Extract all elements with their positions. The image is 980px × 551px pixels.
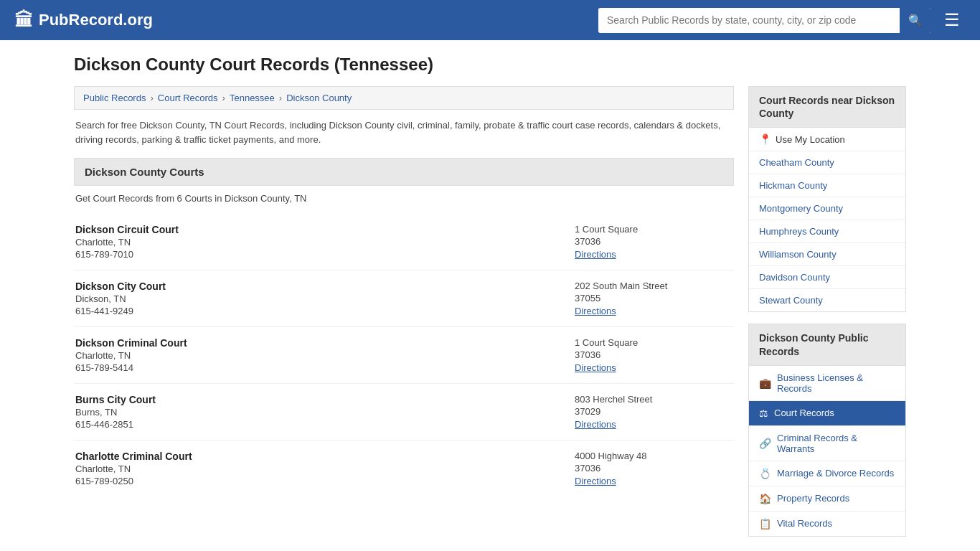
court-address: 1 Court Square [575,337,732,348]
nearby-list: 📍 Use My Location Cheatham County Hickma… [748,128,906,312]
public-record-vital[interactable]: 📋 Vital Records [749,512,905,536]
site-logo[interactable]: 🏛 PubRecord.org [14,9,153,32]
search-bar: 🔍 [598,8,931,33]
location-icon: 📍 [759,133,771,145]
vital-label: Vital Records [777,518,832,529]
court-name: Dickson Criminal Court [75,337,187,349]
public-record-court[interactable]: ⚖ Court Records [749,401,905,426]
court-phone: 615-789-0250 [75,476,192,486]
sep-2: › [222,93,225,103]
court-phone: 615-441-9249 [75,306,166,316]
directions-link[interactable]: Directions [575,249,616,260]
court-zip: 37055 [575,293,732,303]
site-header: 🏛 PubRecord.org 🔍 ☰ [0,0,980,40]
table-row: Dickson City Court Dickson, TN 615-441-9… [74,270,734,327]
court-info: Dickson Criminal Court Charlotte, TN 615… [75,337,187,373]
public-record-criminal[interactable]: 🔗 Criminal Records & Warrants [749,426,905,461]
directions-link[interactable]: Directions [575,419,616,430]
nearby-county-5[interactable]: Davidson County [749,266,905,289]
breadcrumb-court-records[interactable]: Court Records [158,93,218,103]
nearby-county-6[interactable]: Stewart County [749,289,905,311]
court-address: 803 Herchel Street [575,394,732,405]
court-zip: 37029 [575,406,732,417]
section-header: Dickson County Courts [74,158,734,186]
court-icon: ⚖ [759,408,768,419]
court-address-block: 1 Court Square 37036 Directions [575,224,732,260]
page-content: Dickson County Court Records (Tennessee)… [60,40,920,551]
court-city: Charlotte, TN [75,237,179,248]
court-zip: 37036 [575,236,732,247]
breadcrumb-dickson-county[interactable]: Dickson County [286,93,352,103]
hamburger-button[interactable]: ☰ [938,7,966,33]
nearby-county-0[interactable]: Cheatham County [749,151,905,174]
table-row: Charlotte Criminal Court Charlotte, TN 6… [74,441,734,496]
search-button[interactable]: 🔍 [900,8,931,33]
sep-3: › [279,93,282,103]
court-address-block: 4000 Highway 48 37036 Directions [575,451,732,486]
court-city: Charlotte, TN [75,463,192,474]
logo-text: PubRecord.org [39,11,153,29]
property-label: Property Records [777,493,849,504]
court-name: Dickson City Court [75,281,166,292]
nearby-county-4[interactable]: Williamson County [749,243,905,266]
court-info: Dickson Circuit Court Charlotte, TN 615-… [75,224,179,260]
public-records-header: Dickson County Public Records [748,324,906,365]
criminal-label: Criminal Records & Warrants [777,433,895,454]
business-label: Business Licenses & Records [777,372,895,394]
court-city: Dickson, TN [75,293,166,304]
nearby-county-2[interactable]: Montgomery County [749,197,905,220]
directions-link[interactable]: Directions [575,362,616,373]
header-right: 🔍 ☰ [598,7,966,33]
court-name: Dickson Circuit Court [75,224,179,235]
court-name: Charlotte Criminal Court [75,451,192,462]
court-zip: 37036 [575,349,732,360]
court-phone: 615-789-5414 [75,362,187,373]
marriage-label: Marriage & Divorce Records [777,468,894,479]
table-row: Dickson Criminal Court Charlotte, TN 615… [74,327,734,384]
public-record-property[interactable]: 🏠 Property Records [749,486,905,512]
court-address: 4000 Highway 48 [575,451,732,461]
page-title: Dickson County Court Records (Tennessee) [74,55,906,75]
court-city: Charlotte, TN [75,350,187,361]
left-content: Public Records › Court Records › Tenness… [74,86,734,537]
courts-list: Dickson Circuit Court Charlotte, TN 615-… [74,214,734,496]
breadcrumb-tennessee[interactable]: Tennessee [230,93,275,103]
public-records-list: 💼 Business Licenses & Records ⚖ Court Re… [748,366,906,537]
court-address-block: 1 Court Square 37036 Directions [575,337,732,373]
table-row: Burns City Court Burns, TN 615-446-2851 … [74,384,734,441]
court-address: 1 Court Square [575,224,732,235]
sidebar: Court Records near Dickson County 📍 Use … [748,86,906,537]
court-address-block: 202 South Main Street 37055 Directions [575,281,732,316]
nearby-header: Court Records near Dickson County [748,86,906,128]
court-info: Burns City Court Burns, TN 615-446-2851 [75,394,156,430]
property-icon: 🏠 [759,493,771,504]
breadcrumb-public-records[interactable]: Public Records [83,93,146,103]
page-description: Search for free Dickson County, TN Court… [74,118,734,146]
use-location-label: Use My Location [776,134,845,145]
court-label: Court Records [774,408,834,418]
court-info: Charlotte Criminal Court Charlotte, TN 6… [75,451,192,486]
business-icon: 💼 [759,377,771,389]
public-record-marriage[interactable]: 💍 Marriage & Divorce Records [749,461,905,486]
court-address-block: 803 Herchel Street 37029 Directions [575,394,732,430]
nearby-county-1[interactable]: Hickman County [749,174,905,197]
logo-icon: 🏛 [14,9,33,32]
section-subtitle: Get Court Records from 6 Courts in Dicks… [74,193,734,204]
breadcrumb: Public Records › Court Records › Tenness… [74,86,734,110]
search-input[interactable] [598,9,900,32]
court-city: Burns, TN [75,407,156,418]
directions-link[interactable]: Directions [575,476,616,486]
court-name: Burns City Court [75,394,156,405]
court-info: Dickson City Court Dickson, TN 615-441-9… [75,281,166,316]
use-location-item[interactable]: 📍 Use My Location [749,128,905,151]
public-record-business[interactable]: 💼 Business Licenses & Records [749,366,905,401]
marriage-icon: 💍 [759,468,771,479]
nearby-county-3[interactable]: Humphreys County [749,220,905,243]
directions-link[interactable]: Directions [575,306,616,316]
court-phone: 615-446-2851 [75,419,156,430]
criminal-icon: 🔗 [759,438,771,449]
vital-icon: 📋 [759,518,771,529]
table-row: Dickson Circuit Court Charlotte, TN 615-… [74,214,734,270]
court-phone: 615-789-7010 [75,249,179,260]
court-zip: 37036 [575,463,732,474]
